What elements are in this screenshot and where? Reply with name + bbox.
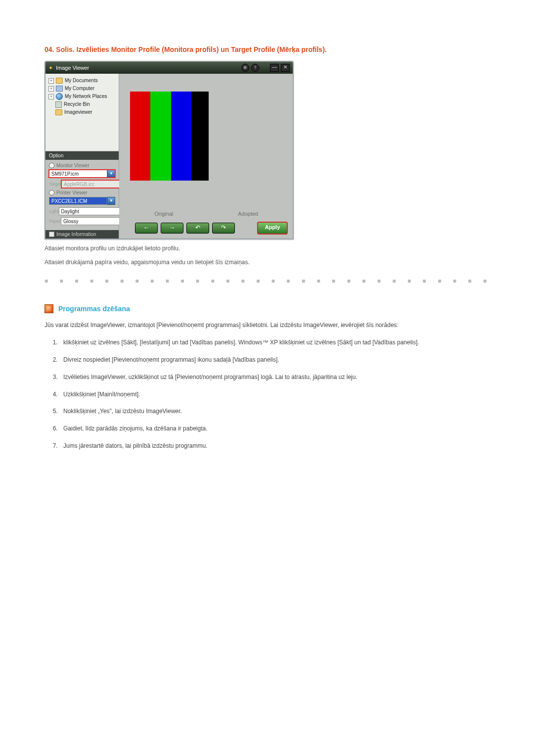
computer-icon — [56, 86, 63, 92]
chevron-down-icon[interactable]: ▼ — [107, 170, 115, 178]
step-title: 04. Solis. Izvēlieties Monitor Profile (… — [44, 45, 490, 55]
window-title: Image Viewer — [56, 65, 89, 71]
folder-icon — [55, 109, 62, 115]
radio-printer[interactable] — [49, 190, 54, 195]
expand-icon[interactable]: + — [48, 94, 54, 99]
network-icon — [56, 93, 63, 100]
light-label: Light — [49, 209, 59, 214]
folder-tree[interactable]: +My Documents +My Computer +My Network P… — [45, 74, 119, 151]
app-icon: ✦ — [48, 65, 53, 71]
light-input[interactable] — [59, 207, 127, 215]
apply-button[interactable]: Apply — [257, 222, 288, 235]
section-intro: Jūs varat izdzēst ImageViewer, izmantojo… — [44, 320, 490, 330]
image-info-label: Image Information — [56, 232, 96, 237]
preview-adopted-label: Adopted — [209, 208, 288, 220]
tree-item[interactable]: My Network Places — [65, 93, 107, 100]
undo-button[interactable]: ↶ — [186, 223, 209, 234]
paper-input[interactable] — [61, 217, 129, 225]
color-bars — [130, 92, 212, 181]
folder-icon — [56, 78, 63, 84]
monitor-profile-input[interactable] — [49, 170, 107, 178]
left-panel: +My Documents +My Computer +My Network P… — [45, 74, 119, 238]
monitor-profile-combo[interactable]: ▼ — [49, 170, 115, 178]
section-title: Programmas dzēšana — [58, 305, 130, 313]
forward-button[interactable]: → — [161, 223, 183, 234]
paper-label: Paper — [49, 219, 61, 224]
preview-adopted: Adopted — [209, 79, 288, 220]
preview-original: Original — [124, 79, 204, 220]
list-item: Uzklikšķiniet [Mainīt/noņemt]. — [59, 389, 490, 400]
expand-icon[interactable]: + — [48, 86, 54, 92]
minimize-button[interactable]: — — [270, 64, 279, 72]
list-item: Gaidiet, līdz parādās ziņojums, ka dzēša… — [59, 423, 490, 434]
tree-item[interactable]: Imageviewer — [64, 108, 92, 116]
checkbox-icon[interactable] — [49, 232, 54, 237]
chevron-down-icon[interactable]: ▼ — [107, 197, 115, 205]
help-icon[interactable]: ? — [251, 64, 259, 72]
window-titlebar: ✦ Image Viewer ⊕ ? — ✕ — [45, 62, 293, 74]
preview-original-label: Original — [124, 208, 204, 220]
caption-line-2: Atlasiet drukājamā papīra veidu, apgaism… — [44, 257, 490, 267]
list-item: Jums jārestartē dators, lai pilnībā izdz… — [59, 440, 490, 452]
section-icon — [44, 304, 53, 313]
expand-icon[interactable]: + — [48, 78, 54, 84]
caption-line-1: Atlasiet monitora profilu un izdrukājiet… — [44, 243, 490, 253]
tree-item[interactable]: My Computer — [65, 85, 94, 93]
tree-item[interactable]: Recycle Bin — [64, 100, 90, 108]
list-item: klikšķiniet uz izvēlnes [Sākt], [Iestatī… — [59, 337, 490, 348]
radio-monitor[interactable] — [49, 163, 54, 168]
tree-item[interactable]: My Documents — [65, 77, 98, 85]
printer-viewer-label: Printer Viewer — [56, 190, 88, 195]
image-info-footer[interactable]: Image Information — [45, 230, 119, 238]
target-label: Target — [49, 182, 61, 187]
printer-profile-combo[interactable]: ▼ — [49, 197, 115, 205]
imageviewer-window: ✦ Image Viewer ⊕ ? — ✕ +My Documents +My… — [44, 61, 294, 239]
close-button[interactable]: ✕ — [281, 64, 290, 72]
recyclebin-icon — [55, 101, 62, 108]
back-button[interactable]: ← — [135, 223, 158, 234]
redo-button[interactable]: ↷ — [212, 223, 235, 234]
list-item: Noklikšķiniet „Yes", lai izdzēstu ImageV… — [59, 406, 490, 417]
monitor-viewer-label: Monitor Viewer — [56, 163, 89, 168]
list-item: Izvēlieties ImageViewer, uzklikšķinot uz… — [59, 372, 490, 383]
list-item: Divreiz nospiediet [Pievienot/noņemt pro… — [59, 354, 490, 366]
uninstall-steps: klikšķiniet uz izvēlnes [Sākt], [Iestatī… — [44, 337, 490, 452]
titlebar-button-a[interactable]: ⊕ — [241, 64, 249, 72]
option-panel: Monitor Viewer ▼ Target ▼ Printer Viewer — [45, 160, 119, 230]
divider-dots: ■ ■ ■ ■ ■ ■ ■ ■ ■ ■ ■ ■ ■ ■ ■ ■ ■ ■ ■ ■ … — [44, 278, 490, 284]
printer-profile-input[interactable] — [49, 197, 107, 205]
option-header: Option — [45, 151, 119, 160]
